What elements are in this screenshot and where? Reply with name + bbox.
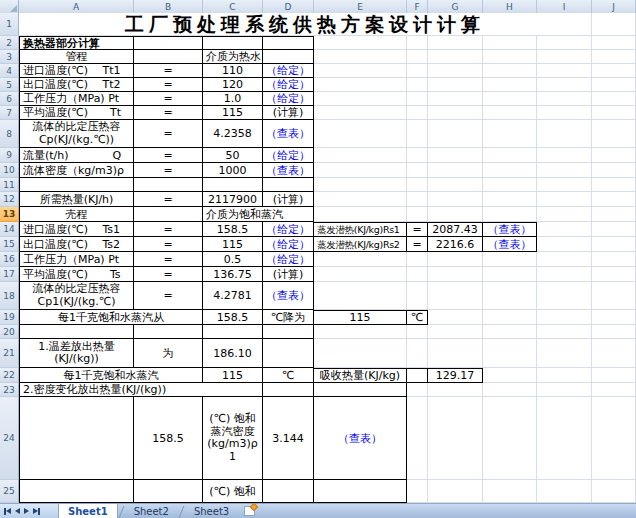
cell-I23[interactable] bbox=[537, 383, 592, 397]
cell-H22[interactable] bbox=[483, 368, 537, 383]
cell-E22[interactable]: 吸收热量(KJ/kg) bbox=[314, 368, 407, 383]
cell-D3[interactable] bbox=[263, 50, 314, 64]
col-header-F[interactable]: F bbox=[407, 0, 428, 13]
cell-I3[interactable] bbox=[537, 50, 592, 64]
row-header-5[interactable]: 5 bbox=[0, 78, 19, 92]
cell-D21[interactable] bbox=[263, 339, 314, 368]
cell-E9[interactable] bbox=[314, 148, 407, 163]
cell-J15[interactable] bbox=[592, 237, 636, 252]
col-header-B[interactable]: B bbox=[134, 0, 203, 13]
cell-J6[interactable] bbox=[592, 92, 636, 106]
cell-J23[interactable] bbox=[592, 383, 636, 397]
cell-J10[interactable] bbox=[592, 163, 636, 178]
cell-H6[interactable] bbox=[483, 92, 537, 106]
cell-E19[interactable]: 115 bbox=[314, 310, 407, 325]
cell-D11[interactable] bbox=[263, 178, 314, 192]
cell-F20[interactable] bbox=[407, 325, 428, 339]
cell-G11[interactable] bbox=[428, 178, 483, 192]
cell-B12[interactable]: = bbox=[134, 192, 203, 207]
cell-I4[interactable] bbox=[537, 64, 592, 78]
cell-A22[interactable]: 每1千克饱和水蒸汽 bbox=[19, 368, 203, 383]
cell-J5[interactable] bbox=[592, 78, 636, 92]
cell-G10[interactable] bbox=[428, 163, 483, 178]
cell-D14[interactable]: （给定） bbox=[263, 222, 314, 237]
cell-G25[interactable] bbox=[428, 480, 483, 503]
row-header-3[interactable]: 3 bbox=[0, 50, 19, 64]
cell-F2[interactable] bbox=[407, 36, 428, 50]
cell-F22[interactable] bbox=[407, 368, 428, 383]
cell-I13[interactable] bbox=[537, 207, 592, 222]
cell-F15[interactable]: = bbox=[407, 237, 428, 252]
cell-C3[interactable]: 介质为热水 bbox=[203, 50, 263, 64]
row-header-13[interactable]: 13 bbox=[0, 207, 19, 222]
cell-I16[interactable] bbox=[537, 252, 592, 267]
sheet-tab-sheet3[interactable]: Sheet3 bbox=[185, 504, 238, 518]
cell-E8[interactable] bbox=[314, 120, 407, 148]
cell-J24[interactable] bbox=[592, 397, 636, 480]
row-header-8[interactable]: 8 bbox=[0, 120, 19, 148]
cell-E16[interactable] bbox=[314, 252, 407, 267]
cell-G24[interactable] bbox=[428, 397, 483, 480]
cell-J9[interactable] bbox=[592, 148, 636, 163]
cell-I5[interactable] bbox=[537, 78, 592, 92]
cell-B16[interactable]: = bbox=[134, 252, 203, 267]
cell-G20[interactable] bbox=[428, 325, 483, 339]
next-sheet-button[interactable] bbox=[24, 508, 29, 514]
cell-I7[interactable] bbox=[537, 106, 592, 120]
cell-E5[interactable] bbox=[314, 78, 407, 92]
row-header-20[interactable]: 20 bbox=[0, 325, 19, 339]
cell-F3[interactable] bbox=[407, 50, 428, 64]
cell-E14[interactable]: 蒸发潜热(KJ/kg)Rs1 bbox=[314, 222, 407, 237]
cell-I22[interactable] bbox=[537, 368, 592, 383]
cell-I14[interactable] bbox=[537, 222, 592, 237]
cell-J13[interactable] bbox=[592, 207, 636, 222]
cell-A17[interactable]: 平均温度(℃) Ts bbox=[19, 267, 134, 282]
cell-C22[interactable]: 115 bbox=[203, 368, 263, 383]
cell-I17[interactable] bbox=[537, 267, 592, 282]
cell-F17[interactable] bbox=[407, 267, 428, 282]
cell-D25[interactable] bbox=[263, 480, 314, 503]
cell-F23[interactable] bbox=[407, 383, 428, 397]
cell-A16[interactable]: 工作压力（MPa) Pt bbox=[19, 252, 134, 267]
cell-E24[interactable]: （查表） bbox=[314, 397, 407, 480]
row-header-21[interactable]: 21 bbox=[0, 339, 19, 368]
cell-A6[interactable]: 工作压力（MPa) Pt bbox=[19, 92, 134, 106]
cell-D23[interactable] bbox=[263, 383, 314, 397]
insert-worksheet-button[interactable] bbox=[238, 504, 261, 518]
cell-C10[interactable]: 1000 bbox=[203, 163, 263, 178]
col-header-I[interactable]: I bbox=[537, 0, 592, 13]
cell-G9[interactable] bbox=[428, 148, 483, 163]
cell-C16[interactable]: 0.5 bbox=[203, 252, 263, 267]
row-header-12[interactable]: 12 bbox=[0, 192, 19, 207]
cell-A9[interactable]: 流量(t/h) Q bbox=[19, 148, 134, 163]
cell-G18[interactable] bbox=[428, 282, 483, 310]
cell-E10[interactable] bbox=[314, 163, 407, 178]
cell-C2[interactable] bbox=[203, 36, 263, 50]
row-header-2[interactable]: 2 bbox=[0, 36, 19, 50]
cell-A24[interactable] bbox=[19, 397, 134, 480]
cell-E25[interactable] bbox=[314, 480, 407, 503]
cell-D7[interactable]: (计算) bbox=[263, 106, 314, 120]
cell-F18[interactable] bbox=[407, 282, 428, 310]
cell-A5[interactable]: 出口温度(℃) Tt2 bbox=[19, 78, 134, 92]
cell-J3[interactable] bbox=[592, 50, 636, 64]
cell-I8[interactable] bbox=[537, 120, 592, 148]
cell-H4[interactable] bbox=[483, 64, 537, 78]
cell-B24[interactable]: 158.5 bbox=[134, 397, 203, 480]
cell-E2[interactable] bbox=[314, 36, 407, 50]
cell-A3[interactable]: 管程 bbox=[19, 50, 134, 64]
cell-B10[interactable]: = bbox=[134, 163, 203, 178]
cell-B13[interactable] bbox=[134, 207, 203, 222]
col-header-D[interactable]: D bbox=[263, 0, 314, 13]
cell-I12[interactable] bbox=[537, 192, 592, 207]
cell-C8[interactable]: 4.2358 bbox=[203, 120, 263, 148]
cell-J17[interactable] bbox=[592, 267, 636, 282]
row-header-25[interactable]: 25 bbox=[0, 480, 19, 503]
cell-H23[interactable] bbox=[483, 383, 537, 397]
cell-G22[interactable]: 129.17 bbox=[428, 368, 483, 383]
cell-A20[interactable] bbox=[19, 325, 134, 339]
cell-J1[interactable] bbox=[592, 13, 636, 36]
row-header-9[interactable]: 9 bbox=[0, 148, 19, 163]
cell-J12[interactable] bbox=[592, 192, 636, 207]
cell-E3[interactable] bbox=[314, 50, 407, 64]
